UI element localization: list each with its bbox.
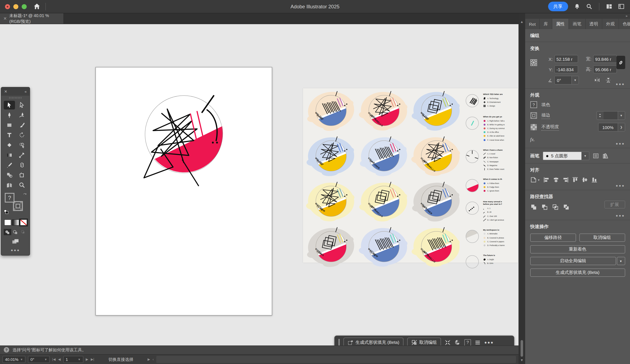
- none-fill-button[interactable]: [20, 219, 27, 226]
- workspace-switcher-icon[interactable]: [606, 3, 612, 9]
- minimize-window-button[interactable]: [13, 4, 18, 9]
- tool-puppet-warp[interactable]: [16, 161, 27, 170]
- opacity-field[interactable]: 100%: [598, 123, 618, 131]
- panel-tab-6[interactable]: 外观: [602, 19, 618, 29]
- pathfinder-intersect-icon[interactable]: [552, 203, 559, 211]
- y-position-field[interactable]: -140.834: [554, 65, 578, 73]
- opacity-control[interactable]: 100% ❯: [598, 123, 625, 132]
- panel-tab-4[interactable]: 画笔: [569, 19, 585, 29]
- panel-tab-5[interactable]: 透明: [586, 19, 602, 29]
- align-right-icon[interactable]: [562, 177, 569, 183]
- panel-layout-icon[interactable]: [618, 3, 624, 9]
- start-global-edit-button[interactable]: 启动全局编辑: [530, 257, 616, 265]
- opacity-panel-arrow-icon[interactable]: ❯: [618, 123, 624, 131]
- panel-tab-3[interactable]: 属性: [552, 19, 568, 29]
- home-icon[interactable]: [33, 3, 40, 10]
- dock-overflow-chevrons[interactable]: »: [626, 14, 628, 18]
- close-tab-icon[interactable]: ✕: [3, 16, 7, 21]
- default-fill-stroke-icon[interactable]: [4, 209, 9, 214]
- pathfinder-minus-front-icon[interactable]: [541, 203, 548, 211]
- collapse-taskbar-icon[interactable]: [445, 340, 450, 345]
- toolbar-close-icon[interactable]: ✕: [4, 89, 7, 94]
- toolbar-collapse-icon[interactable]: «: [24, 89, 27, 94]
- tool-eyedropper[interactable]: [4, 161, 15, 170]
- swap-fill-stroke-icon[interactable]: [22, 193, 27, 197]
- artboard[interactable]: [96, 67, 272, 316]
- canvas[interactable]: MELODY RABE OLIMPIA VETTORELLO: [0, 24, 518, 345]
- ungroup-button[interactable]: 取消编组: [407, 338, 441, 345]
- stroke-weight-stepper[interactable]: [597, 112, 603, 119]
- edit-toolbar-ellipsis[interactable]: ●●●: [1, 246, 30, 255]
- stroke-weight-control[interactable]: ▼: [596, 111, 625, 120]
- screen-mode-icon[interactable]: [1, 238, 30, 246]
- tool-shape-builder[interactable]: [16, 141, 27, 150]
- pathfinder-unite-icon[interactable]: [530, 203, 537, 211]
- close-window-button[interactable]: [5, 4, 10, 9]
- stroke-weight-field[interactable]: [603, 112, 618, 119]
- stroke-color-swatch[interactable]: ????: [530, 112, 537, 119]
- tool-direct-selection[interactable]: [16, 101, 27, 109]
- last-artboard-icon[interactable]: ▶|: [91, 358, 94, 361]
- tool-live-paint[interactable]: [4, 171, 15, 180]
- tool-eraser[interactable]: [4, 141, 15, 150]
- align-top-icon[interactable]: [572, 177, 578, 183]
- reference-point-icon[interactable]: [530, 59, 537, 66]
- global-edit-options-icon[interactable]: ▼: [617, 257, 625, 265]
- scroll-down-icon[interactable]: ▼: [520, 358, 524, 362]
- panel-tab-1[interactable]: Ret: [525, 19, 540, 29]
- pathfinder-more-ellipsis[interactable]: ●●●: [616, 213, 625, 218]
- taskbar-grip[interactable]: [338, 339, 340, 345]
- align-bottom-icon[interactable]: [591, 177, 598, 183]
- flip-vertical-icon[interactable]: [605, 77, 612, 83]
- constrain-proportions-icon[interactable]: [616, 56, 625, 69]
- toolbar-grip[interactable]: [1, 96, 30, 100]
- align-left-icon[interactable]: [543, 177, 550, 183]
- ungroup-quick-button[interactable]: 取消编组: [579, 233, 625, 242]
- brush-libraries-icon[interactable]: [602, 153, 608, 159]
- flip-horizontal-icon[interactable]: [594, 77, 600, 83]
- color-wheel-icon[interactable]: [454, 339, 460, 345]
- status-expand-icon[interactable]: ▶: [148, 358, 150, 361]
- tool-rotate[interactable]: [16, 131, 27, 140]
- tool-type[interactable]: [4, 131, 15, 140]
- reference-image[interactable]: MELODY RABE OLIMPIA VETTORELLO: [303, 88, 518, 263]
- offset-path-button[interactable]: 偏移路径: [530, 233, 576, 242]
- status-chevron-icon[interactable]: ‹: [152, 358, 154, 361]
- rotation-angle-select[interactable]: 0°▼: [554, 76, 579, 84]
- brush-select[interactable]: 5 点圆形 ▼: [543, 152, 589, 160]
- tool-zoom[interactable]: [16, 181, 27, 189]
- share-button[interactable]: 共享: [548, 2, 568, 11]
- tool-perspective-grid[interactable]: [4, 181, 15, 189]
- align-more-ellipsis[interactable]: ●●●: [616, 183, 625, 188]
- opacity-checkerboard-icon[interactable]: [530, 124, 537, 131]
- stroke-weight-dropdown-icon[interactable]: ▼: [618, 112, 624, 119]
- align-vertical-center-icon[interactable]: [582, 177, 588, 183]
- artwork-badge-group[interactable]: [96, 67, 272, 315]
- zoom-window-button[interactable]: [22, 4, 27, 9]
- panel-tab-2[interactable]: 库: [540, 19, 552, 29]
- gradient-fill-button[interactable]: [12, 219, 19, 226]
- tool-pen[interactable]: [4, 111, 15, 119]
- scroll-up-icon[interactable]: ▲: [520, 20, 524, 24]
- expand-button[interactable]: 扩展: [604, 201, 625, 208]
- pathfinder-exclude-icon[interactable]: [563, 203, 570, 211]
- opacity-label[interactable]: 不透明度: [542, 124, 559, 131]
- x-position-field[interactable]: 52.158 r: [554, 55, 578, 63]
- brush-options-icon[interactable]: [593, 153, 599, 159]
- stroke-label[interactable]: 描边: [542, 112, 550, 119]
- tool-artboard[interactable]: [16, 171, 27, 180]
- appearance-more-ellipsis[interactable]: ●●●: [616, 142, 625, 146]
- search-icon[interactable]: [586, 3, 592, 9]
- first-artboard-icon[interactable]: |◀: [52, 358, 56, 361]
- tool-selection[interactable]: [4, 101, 15, 109]
- taskbar-more-ellipsis[interactable]: ●●●: [484, 340, 494, 345]
- panel-tab-7[interactable]: 色板: [619, 19, 630, 29]
- draw-normal-mode-icon[interactable]: [4, 229, 11, 235]
- prev-artboard-icon[interactable]: ◀: [58, 358, 61, 361]
- generative-shape-fill-quick-button[interactable]: 生成式形状填充 (Beta): [530, 268, 625, 277]
- transform-more-ellipsis[interactable]: ●●●: [616, 82, 625, 86]
- fill-color-swatch[interactable]: ?: [530, 101, 537, 108]
- scrollbar-thumb[interactable]: [520, 340, 523, 357]
- rotation-select[interactable]: 0°▼: [28, 356, 50, 363]
- generative-shape-fill-button[interactable]: 生成式形状填充 (Beta): [344, 338, 404, 345]
